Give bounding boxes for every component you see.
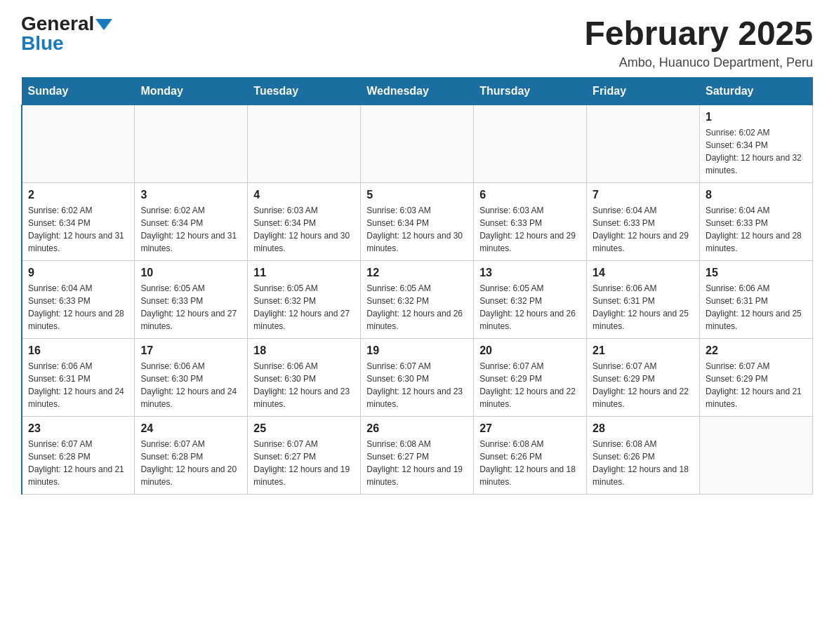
day-info: Sunrise: 6:05 AM Sunset: 6:32 PM Dayligh… <box>479 282 581 333</box>
day-number: 3 <box>140 189 241 201</box>
day-info: Sunrise: 6:06 AM Sunset: 6:30 PM Dayligh… <box>140 360 241 410</box>
title-area: February 2025 Ambo, Huanuco Department, … <box>584 14 813 70</box>
calendar-cell <box>474 105 587 183</box>
day-number: 19 <box>366 344 468 357</box>
day-number: 4 <box>253 189 355 201</box>
calendar-cell: 9Sunrise: 6:04 AM Sunset: 6:33 PM Daylig… <box>22 261 135 339</box>
calendar-cell: 17Sunrise: 6:06 AM Sunset: 6:30 PM Dayli… <box>135 339 248 417</box>
day-info: Sunrise: 6:02 AM Sunset: 6:34 PM Dayligh… <box>140 204 241 255</box>
calendar-cell: 16Sunrise: 6:06 AM Sunset: 6:31 PM Dayli… <box>22 339 135 417</box>
calendar-cell <box>361 105 474 183</box>
calendar-cell: 11Sunrise: 6:05 AM Sunset: 6:32 PM Dayli… <box>248 261 361 339</box>
day-of-week-header: Saturday <box>700 78 813 105</box>
day-number: 16 <box>28 344 128 357</box>
day-number: 13 <box>479 267 581 279</box>
calendar-cell: 2Sunrise: 6:02 AM Sunset: 6:34 PM Daylig… <box>22 183 135 261</box>
logo-triangle-icon <box>95 19 112 30</box>
calendar-cell: 15Sunrise: 6:06 AM Sunset: 6:31 PM Dayli… <box>700 261 813 339</box>
calendar-table: SundayMondayTuesdayWednesdayThursdayFrid… <box>21 77 813 495</box>
logo-general-line: General <box>21 14 112 34</box>
day-number: 26 <box>366 422 468 435</box>
day-number: 6 <box>479 189 581 201</box>
calendar-cell <box>587 105 700 183</box>
calendar-week-row: 16Sunrise: 6:06 AM Sunset: 6:31 PM Dayli… <box>22 339 813 417</box>
logo-general-text: General <box>21 13 94 34</box>
day-of-week-header: Tuesday <box>248 78 361 105</box>
day-number: 7 <box>593 189 694 201</box>
calendar-cell: 28Sunrise: 6:08 AM Sunset: 6:26 PM Dayli… <box>587 417 700 495</box>
day-info: Sunrise: 6:06 AM Sunset: 6:31 PM Dayligh… <box>28 360 128 410</box>
calendar-cell: 13Sunrise: 6:05 AM Sunset: 6:32 PM Dayli… <box>474 261 587 339</box>
day-info: Sunrise: 6:02 AM Sunset: 6:34 PM Dayligh… <box>706 126 807 177</box>
calendar-cell: 26Sunrise: 6:08 AM Sunset: 6:27 PM Dayli… <box>361 417 474 495</box>
day-info: Sunrise: 6:05 AM Sunset: 6:32 PM Dayligh… <box>366 282 468 333</box>
day-info: Sunrise: 6:03 AM Sunset: 6:34 PM Dayligh… <box>366 204 468 255</box>
calendar-cell: 18Sunrise: 6:06 AM Sunset: 6:30 PM Dayli… <box>248 339 361 417</box>
calendar-cell: 7Sunrise: 6:04 AM Sunset: 6:33 PM Daylig… <box>587 183 700 261</box>
calendar-cell <box>700 417 813 495</box>
day-number: 10 <box>140 267 241 279</box>
day-number: 11 <box>253 267 355 279</box>
calendar-cell: 5Sunrise: 6:03 AM Sunset: 6:34 PM Daylig… <box>361 183 474 261</box>
calendar-week-row: 1Sunrise: 6:02 AM Sunset: 6:34 PM Daylig… <box>22 105 813 183</box>
calendar-cell <box>22 105 135 183</box>
day-number: 20 <box>479 344 581 357</box>
calendar-cell <box>248 105 361 183</box>
day-number: 5 <box>366 189 468 201</box>
day-info: Sunrise: 6:06 AM Sunset: 6:31 PM Dayligh… <box>706 282 807 333</box>
day-info: Sunrise: 6:04 AM Sunset: 6:33 PM Dayligh… <box>28 282 128 333</box>
calendar-cell: 21Sunrise: 6:07 AM Sunset: 6:29 PM Dayli… <box>587 339 700 417</box>
day-number: 9 <box>28 267 128 279</box>
calendar-cell: 6Sunrise: 6:03 AM Sunset: 6:33 PM Daylig… <box>474 183 587 261</box>
calendar-cell: 12Sunrise: 6:05 AM Sunset: 6:32 PM Dayli… <box>361 261 474 339</box>
day-number: 15 <box>706 267 807 279</box>
calendar-week-row: 2Sunrise: 6:02 AM Sunset: 6:34 PM Daylig… <box>22 183 813 261</box>
calendar-cell: 10Sunrise: 6:05 AM Sunset: 6:33 PM Dayli… <box>135 261 248 339</box>
calendar-cell: 20Sunrise: 6:07 AM Sunset: 6:29 PM Dayli… <box>474 339 587 417</box>
calendar-title: February 2025 <box>584 14 813 53</box>
day-number: 22 <box>706 344 807 357</box>
day-number: 21 <box>593 344 694 357</box>
day-info: Sunrise: 6:07 AM Sunset: 6:28 PM Dayligh… <box>28 438 128 488</box>
page-header: General Blue February 2025 Ambo, Huanuco… <box>21 14 813 70</box>
day-number: 25 <box>253 422 355 435</box>
day-info: Sunrise: 6:07 AM Sunset: 6:29 PM Dayligh… <box>593 360 694 410</box>
calendar-week-row: 23Sunrise: 6:07 AM Sunset: 6:28 PM Dayli… <box>22 417 813 495</box>
day-info: Sunrise: 6:08 AM Sunset: 6:26 PM Dayligh… <box>479 438 581 488</box>
day-info: Sunrise: 6:04 AM Sunset: 6:33 PM Dayligh… <box>593 204 694 255</box>
logo: General Blue <box>21 14 112 53</box>
calendar-cell: 19Sunrise: 6:07 AM Sunset: 6:30 PM Dayli… <box>361 339 474 417</box>
day-info: Sunrise: 6:04 AM Sunset: 6:33 PM Dayligh… <box>706 204 807 255</box>
day-number: 17 <box>140 344 241 357</box>
day-info: Sunrise: 6:02 AM Sunset: 6:34 PM Dayligh… <box>28 204 128 255</box>
calendar-cell: 3Sunrise: 6:02 AM Sunset: 6:34 PM Daylig… <box>135 183 248 261</box>
calendar-cell: 25Sunrise: 6:07 AM Sunset: 6:27 PM Dayli… <box>248 417 361 495</box>
calendar-cell: 4Sunrise: 6:03 AM Sunset: 6:34 PM Daylig… <box>248 183 361 261</box>
day-info: Sunrise: 6:06 AM Sunset: 6:31 PM Dayligh… <box>593 282 694 333</box>
day-info: Sunrise: 6:07 AM Sunset: 6:29 PM Dayligh… <box>479 360 581 410</box>
calendar-cell: 22Sunrise: 6:07 AM Sunset: 6:29 PM Dayli… <box>700 339 813 417</box>
day-number: 18 <box>253 344 355 357</box>
day-info: Sunrise: 6:05 AM Sunset: 6:32 PM Dayligh… <box>253 282 355 333</box>
calendar-header-row: SundayMondayTuesdayWednesdayThursdayFrid… <box>22 78 813 105</box>
day-number: 8 <box>706 189 807 201</box>
calendar-subtitle: Ambo, Huanuco Department, Peru <box>584 55 813 70</box>
calendar-cell: 8Sunrise: 6:04 AM Sunset: 6:33 PM Daylig… <box>700 183 813 261</box>
day-of-week-header: Sunday <box>22 78 135 105</box>
day-number: 12 <box>366 267 468 279</box>
day-number: 23 <box>28 422 128 435</box>
day-number: 28 <box>593 422 694 435</box>
day-info: Sunrise: 6:08 AM Sunset: 6:27 PM Dayligh… <box>366 438 468 488</box>
day-number: 1 <box>706 111 807 123</box>
day-info: Sunrise: 6:07 AM Sunset: 6:30 PM Dayligh… <box>366 360 468 410</box>
day-of-week-header: Wednesday <box>361 78 474 105</box>
calendar-week-row: 9Sunrise: 6:04 AM Sunset: 6:33 PM Daylig… <box>22 261 813 339</box>
day-of-week-header: Friday <box>587 78 700 105</box>
calendar-cell: 24Sunrise: 6:07 AM Sunset: 6:28 PM Dayli… <box>135 417 248 495</box>
calendar-cell: 23Sunrise: 6:07 AM Sunset: 6:28 PM Dayli… <box>22 417 135 495</box>
day-number: 27 <box>479 422 581 435</box>
day-number: 2 <box>28 189 128 201</box>
day-of-week-header: Thursday <box>474 78 587 105</box>
day-of-week-header: Monday <box>135 78 248 105</box>
day-number: 14 <box>593 267 694 279</box>
